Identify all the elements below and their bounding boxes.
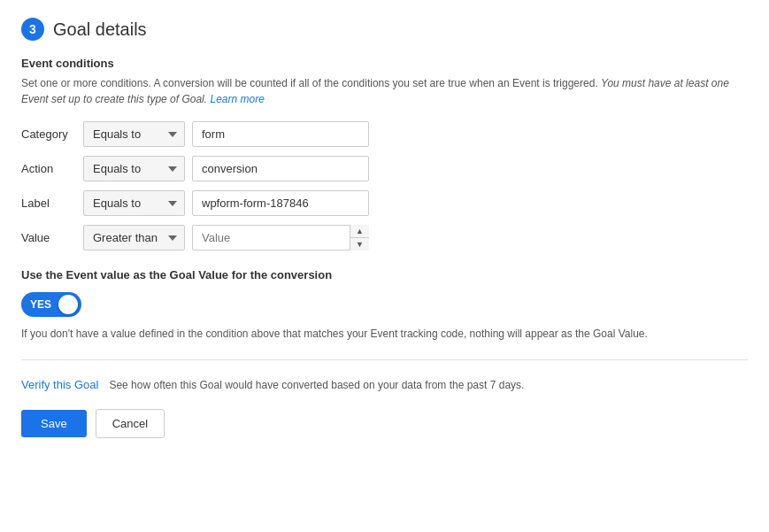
event-value-title: Use the Event value as the Goal Value fo… bbox=[21, 268, 748, 281]
divider bbox=[21, 359, 748, 360]
condition-label-action: Action bbox=[21, 162, 83, 175]
verify-description: See how often this Goal would have conve… bbox=[109, 379, 524, 391]
event-value-toggle[interactable]: YES bbox=[21, 292, 81, 317]
action-input[interactable] bbox=[192, 156, 369, 181]
condition-label-category: Category bbox=[21, 127, 83, 141]
event-value-section: Use the Event value as the Goal Value fo… bbox=[21, 268, 748, 342]
condition-label-label: Label bbox=[21, 197, 83, 210]
button-row: Save Cancel bbox=[21, 409, 748, 438]
condition-row-value: Value Greater than Equals to Less than ▲… bbox=[21, 225, 748, 251]
verify-section: Verify this Goal See how often this Goal… bbox=[21, 378, 748, 391]
action-dropdown[interactable]: Equals to Contains Begins with Regular e… bbox=[83, 156, 185, 181]
toggle-knob bbox=[58, 295, 78, 314]
label-input[interactable] bbox=[192, 190, 369, 216]
header-section: 3 Goal details bbox=[21, 18, 748, 41]
conditions-section: Event conditions Set one or more conditi… bbox=[21, 57, 748, 251]
value-input[interactable] bbox=[192, 225, 369, 251]
cancel-button[interactable]: Cancel bbox=[96, 409, 165, 438]
category-input[interactable] bbox=[192, 121, 369, 147]
value-spinner-wrap: ▲ ▼ bbox=[192, 225, 369, 251]
event-conditions-heading: Event conditions bbox=[21, 57, 748, 70]
toggle-yes-label: YES bbox=[30, 298, 51, 311]
step-circle: 3 bbox=[21, 18, 44, 41]
condition-rows-container: Category Equals to Contains Begins with … bbox=[21, 121, 748, 251]
event-conditions-description: Set one or more conditions. A conversion… bbox=[21, 75, 748, 107]
condition-row-label: Label Equals to Contains Begins with Reg… bbox=[21, 190, 748, 216]
save-button[interactable]: Save bbox=[21, 410, 87, 437]
spinner-down-button[interactable]: ▼ bbox=[350, 238, 369, 251]
verify-goal-link[interactable]: Verify this Goal bbox=[21, 378, 98, 391]
category-dropdown[interactable]: Equals to Contains Begins with Regular e… bbox=[83, 121, 185, 147]
page-title: Goal details bbox=[53, 19, 147, 40]
condition-row-category: Category Equals to Contains Begins with … bbox=[21, 121, 748, 147]
spinner-up-button[interactable]: ▲ bbox=[350, 225, 369, 238]
toggle-wrap: YES bbox=[21, 292, 748, 317]
value-dropdown[interactable]: Greater than Equals to Less than bbox=[83, 225, 185, 251]
condition-label-value: Value bbox=[21, 231, 83, 244]
label-dropdown[interactable]: Equals to Contains Begins with Regular e… bbox=[83, 190, 185, 216]
event-note: If you don't have a value defined in the… bbox=[21, 326, 729, 342]
learn-more-link[interactable]: Learn more bbox=[210, 93, 264, 105]
condition-row-action: Action Equals to Contains Begins with Re… bbox=[21, 156, 748, 181]
spinner-buttons: ▲ ▼ bbox=[350, 225, 369, 251]
